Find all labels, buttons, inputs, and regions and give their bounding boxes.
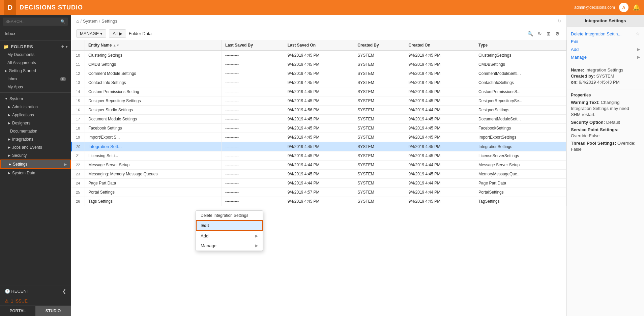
- sidebar-item-administration[interactable]: ▶Administration: [0, 103, 71, 111]
- sidebar-item-my-documents[interactable]: My Documents: [0, 51, 71, 59]
- row-entity-name[interactable]: Page Part Data: [85, 179, 222, 188]
- sidebar-item-security[interactable]: ▶Security: [0, 151, 71, 160]
- sidebar-item-inbox-top[interactable]: Inbox: [0, 28, 71, 39]
- logo-box: D: [4, 0, 16, 15]
- sidebar-item-all-assignments[interactable]: All Assignments: [0, 59, 71, 67]
- table-row[interactable]: 22Message Server Setup----------9/4/2019…: [71, 161, 566, 170]
- sidebar-item-integrations[interactable]: ▶Integrations: [0, 135, 71, 143]
- table-row[interactable]: 10Clustering Settings----------9/4/2019 …: [71, 51, 566, 60]
- bell-icon[interactable]: 🔔: [633, 4, 640, 11]
- col-created-by[interactable]: Created By: [354, 40, 405, 51]
- row-entity-name[interactable]: Tags Settings: [85, 197, 222, 206]
- col-entity-name[interactable]: Entity Name ▲▼: [85, 40, 222, 51]
- table-row[interactable]: 18Facebook Settings----------9/4/2019 4:…: [71, 124, 566, 133]
- table-row[interactable]: 25Portal Settings----------9/4/2019 4:57…: [71, 188, 566, 197]
- row-last-saved-by: ----------: [222, 60, 284, 69]
- context-menu-edit[interactable]: Edit: [196, 220, 263, 231]
- user-avatar[interactable]: A: [619, 3, 628, 12]
- tab-studio[interactable]: STUDIO: [35, 306, 71, 316]
- row-entity-name[interactable]: Portal Settings: [85, 188, 222, 197]
- col-last-saved-on[interactable]: Last Saved On: [284, 40, 354, 51]
- table-row[interactable]: 15Designer Repository Settings----------…: [71, 96, 566, 106]
- home-icon[interactable]: ⌂: [76, 18, 79, 24]
- tab-portal[interactable]: PORTAL: [0, 306, 35, 316]
- entity-name-link[interactable]: Integration Sett...: [88, 144, 122, 149]
- breadcrumb-system[interactable]: System: [83, 19, 97, 24]
- refresh-icon[interactable]: ↻: [557, 19, 561, 24]
- col-last-saved-by[interactable]: Last Saved By: [222, 40, 284, 51]
- row-last-saved-on: 9/4/2019 4:44 PM: [284, 161, 354, 170]
- sidebar-item-my-apps[interactable]: My Apps: [0, 83, 71, 91]
- row-entity-name[interactable]: Import/Export S...: [85, 133, 222, 142]
- row-type: Page Part Data: [475, 179, 566, 188]
- row-entity-name[interactable]: Custom Permissions Setting: [85, 87, 222, 96]
- row-created-on: 9/4/2019 4:45 PM: [405, 142, 475, 151]
- sidebar-item-system-data[interactable]: ▶System Data: [0, 169, 71, 177]
- row-type: DesignerSettings: [475, 106, 566, 115]
- row-entity-name[interactable]: Licensing Setti...: [85, 151, 222, 161]
- row-num: 10: [71, 51, 85, 60]
- search-toolbar-icon[interactable]: 🔍: [526, 30, 534, 37]
- row-entity-name[interactable]: Designer Repository Settings: [85, 96, 222, 106]
- manage-button[interactable]: MANAGE ▾: [76, 29, 106, 38]
- settings-tri-icon: ▶: [9, 163, 11, 166]
- row-created-on: 9/4/2019 4:45 PM: [405, 60, 475, 69]
- table-row[interactable]: 21Licensing Setti...----------9/4/2019 4…: [71, 151, 566, 161]
- row-entity-name[interactable]: CMDB Settings: [85, 60, 222, 69]
- sidebar-item-applications[interactable]: ▶Applications: [0, 111, 71, 119]
- row-last-saved-on: 9/4/2019 4:45 PM: [284, 87, 354, 96]
- row-entity-name[interactable]: Contact Info Settings: [85, 78, 222, 87]
- rp-star-icon[interactable]: ☆: [636, 31, 640, 36]
- sidebar-item-designers[interactable]: ▶Designers: [0, 119, 71, 127]
- row-entity-name[interactable]: Messaging: Memory Message Queues: [85, 170, 222, 179]
- table-wrapper: Entity Name ▲▼ Last Saved By Last Saved …: [71, 40, 566, 316]
- table-row[interactable]: 14Custom Permissions Setting----------9/…: [71, 87, 566, 96]
- row-last-saved-on: 9/4/2019 4:45 PM: [284, 124, 354, 133]
- logo-letter: D: [8, 4, 12, 11]
- table-row[interactable]: 13Contact Info Settings----------9/4/201…: [71, 78, 566, 87]
- context-menu-delete[interactable]: Delete Integration Settings: [196, 211, 263, 220]
- right-panel-action-add[interactable]: Add ▶: [571, 46, 640, 53]
- table-row[interactable]: 16Designer Studio Settings----------9/4/…: [71, 106, 566, 115]
- row-entity-name[interactable]: Comment Module Settings: [85, 69, 222, 78]
- row-entity-name[interactable]: Message Server Setup: [85, 161, 222, 170]
- sidebar-item-system[interactable]: ▼System: [0, 95, 71, 103]
- search-box[interactable]: 🔍: [3, 18, 68, 26]
- table-row[interactable]: 26Tags Settings----------9/4/2019 4:45 P…: [71, 197, 566, 206]
- row-created-on: 9/4/2019 4:45 PM: [405, 78, 475, 87]
- table-row[interactable]: 12Comment Module Settings----------9/4/2…: [71, 69, 566, 78]
- settings-toolbar-icon[interactable]: ⚙: [554, 30, 561, 37]
- table-row[interactable]: 24Page Part Data----------9/4/2019 4:44 …: [71, 179, 566, 188]
- right-panel-action-delete[interactable]: Delete Integration Settin... ☆: [571, 30, 640, 38]
- rp-created-by-line: Created by: SYSTEM: [571, 74, 640, 79]
- right-panel-action-manage[interactable]: Manage ▶: [571, 53, 640, 61]
- reload-toolbar-icon[interactable]: ↻: [536, 30, 543, 37]
- col-type[interactable]: Type: [475, 40, 566, 51]
- layout-toolbar-icon[interactable]: ⊞: [545, 30, 552, 37]
- col-created-on[interactable]: Created On: [405, 40, 475, 51]
- context-menu-add[interactable]: Add ▶: [196, 231, 263, 241]
- table-row[interactable]: 20Integration Sett...----------9/4/2019 …: [71, 142, 566, 151]
- sidebar-issue[interactable]: ⚠ 1 ISSUE: [0, 296, 71, 306]
- context-menu-manage[interactable]: Manage ▶: [196, 241, 263, 251]
- table-row[interactable]: 11CMDB Settings----------9/4/2019 4:45 P…: [71, 60, 566, 69]
- row-entity-name[interactable]: Document Module Settings: [85, 115, 222, 124]
- table-row[interactable]: 17Document Module Settings----------9/4/…: [71, 115, 566, 124]
- sidebar-item-settings[interactable]: ▶Settings ▶: [0, 160, 71, 169]
- table-row[interactable]: 23Messaging: Memory Message Queues------…: [71, 170, 566, 179]
- row-entity-name[interactable]: Facebook Settings: [85, 124, 222, 133]
- row-entity-name[interactable]: Integration Sett...: [85, 142, 222, 151]
- all-button[interactable]: All ▶: [109, 29, 126, 38]
- row-entity-name[interactable]: Designer Studio Settings: [85, 106, 222, 115]
- sidebar-item-jobs-events[interactable]: ▶Jobs and Events: [0, 143, 71, 151]
- right-panel-action-edit[interactable]: Edit: [571, 38, 640, 46]
- table-row[interactable]: 19Import/Export S...----------9/4/2019 4…: [71, 133, 566, 142]
- sidebar-item-documentation[interactable]: Documentation: [0, 127, 71, 135]
- row-entity-name[interactable]: Clustering Settings: [85, 51, 222, 60]
- folders-add-btn[interactable]: +: [61, 44, 64, 49]
- issue-label: 1 ISSUE: [11, 298, 28, 304]
- search-input[interactable]: [5, 19, 60, 24]
- sidebar-recent[interactable]: 🕐 RECENT ❮: [0, 286, 71, 296]
- sidebar-item-getting-started[interactable]: ▶Getting Started: [0, 67, 71, 75]
- sidebar-item-inbox[interactable]: Inbox 0: [0, 75, 71, 83]
